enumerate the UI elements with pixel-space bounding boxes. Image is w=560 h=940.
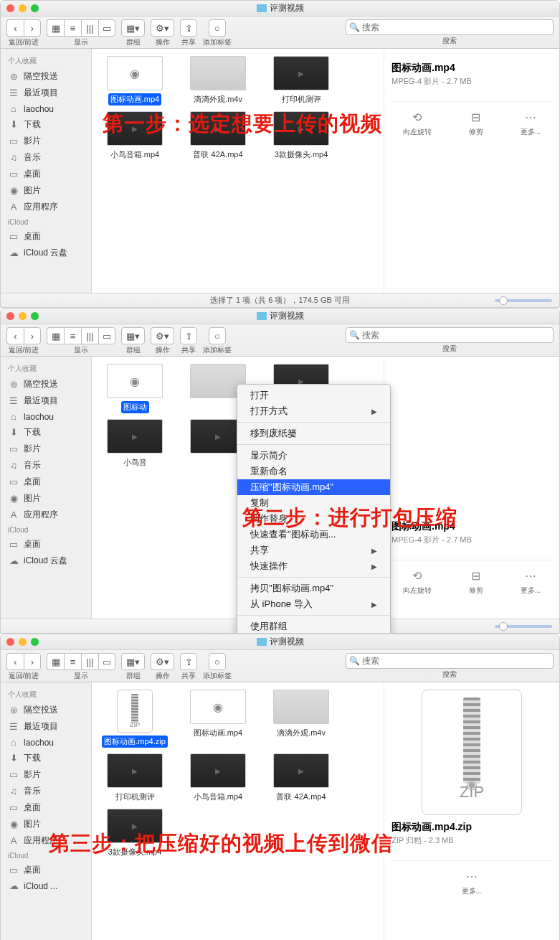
trim-button[interactable]: ⊟修剪	[469, 111, 483, 137]
file-grid[interactable]: 图标动画.mp4滴滴外观.m4v打印机测评小鸟音箱.mp4普联 42A.mp43…	[92, 49, 384, 293]
context-menu-item[interactable]: 从 iPhone 导入▶	[237, 596, 390, 612]
file-grid[interactable]: ZIP图标动画.mp4.zip图标动画.mp4滴滴外观.m4v打印机测评小鸟音箱…	[92, 682, 384, 940]
close-icon[interactable]	[6, 312, 14, 320]
file-item[interactable]: 打印机测评	[267, 56, 336, 105]
sidebar-item[interactable]: ☰最近项目	[1, 718, 91, 735]
view-column-button[interactable]: |||	[81, 653, 98, 670]
context-menu-item[interactable]: 显示简介	[237, 448, 390, 464]
sidebar-item[interactable]: ♫音乐	[1, 457, 91, 474]
share-button[interactable]: ⇪	[180, 327, 197, 344]
sidebar-item[interactable]: ▭桌面	[1, 474, 91, 490]
sidebar-item[interactable]: ⌂laochou	[1, 735, 91, 750]
more-button[interactable]: ⋯更多...	[521, 111, 541, 137]
titlebar[interactable]: 评测视频	[1, 634, 559, 650]
action-button[interactable]: ⚙▾	[151, 19, 174, 37]
forward-button[interactable]: ›	[24, 327, 41, 344]
back-button[interactable]: ‹	[6, 653, 24, 670]
maximize-icon[interactable]	[31, 638, 39, 646]
sidebar-item[interactable]: ⬇下载	[1, 750, 91, 766]
context-menu[interactable]: 打开打开方式▶移到废纸篓显示简介重新命名压缩"图标动画.mp4"复制制作替身快速…	[237, 384, 391, 634]
view-list-button[interactable]: ≡	[64, 19, 81, 37]
close-icon[interactable]	[6, 638, 14, 646]
sidebar-item[interactable]: ▭桌面	[1, 228, 91, 245]
titlebar[interactable]: 评测视频	[1, 1, 559, 17]
close-icon[interactable]	[6, 4, 14, 12]
group-button[interactable]: ▦▾	[121, 19, 145, 37]
rotate-left-button[interactable]: ⟲向左旋转	[403, 111, 432, 137]
action-button[interactable]: ⚙▾	[151, 327, 174, 344]
search-input[interactable]	[346, 327, 554, 343]
view-column-button[interactable]: |||	[81, 327, 98, 344]
file-item[interactable]: 滴滴外观.m4v	[267, 690, 336, 748]
context-menu-item[interactable]: 打开	[237, 387, 390, 403]
sidebar-item[interactable]: A应用程序	[1, 832, 91, 849]
search-input[interactable]	[346, 653, 554, 669]
view-list-button[interactable]: ≡	[64, 653, 81, 670]
file-item[interactable]: 滴滴外观.m4v	[184, 56, 252, 105]
sidebar-item[interactable]: ⊚隔空投送	[1, 68, 91, 85]
sidebar-item[interactable]: ⬇下载	[1, 424, 91, 441]
zoom-slider[interactable]	[495, 299, 552, 302]
forward-button[interactable]: ›	[24, 19, 41, 37]
sidebar-item[interactable]: ☁iCloud 云盘	[1, 245, 91, 261]
view-gallery-button[interactable]: ▭	[98, 653, 115, 670]
file-item[interactable]: 3款摄像头.mp4	[267, 111, 336, 161]
file-item[interactable]: 图标动画.mp4	[100, 56, 169, 105]
minimize-icon[interactable]	[19, 638, 27, 646]
titlebar[interactable]: 评测视频	[1, 309, 559, 324]
file-item[interactable]: 普联 42A.mp4	[267, 753, 336, 803]
tags-button[interactable]: ○	[209, 327, 226, 344]
context-menu-item[interactable]: 快速操作▶	[237, 558, 390, 574]
sidebar-item[interactable]: A应用程序	[1, 199, 91, 215]
sidebar-item[interactable]: ▭桌面	[1, 862, 91, 878]
search-input[interactable]	[346, 19, 554, 35]
action-button[interactable]: ⚙▾	[151, 653, 174, 670]
sidebar-item[interactable]: ◉图片	[1, 182, 91, 199]
sidebar-item[interactable]: ▭桌面	[1, 799, 91, 816]
tags-button[interactable]: ○	[209, 653, 226, 670]
file-item[interactable]: 小鸟音	[100, 419, 169, 469]
context-menu-item[interactable]: 拷贝"图标动画.mp4"	[237, 581, 390, 596]
context-menu-item[interactable]: 使用群组	[237, 619, 390, 634]
view-gallery-button[interactable]: ▭	[98, 19, 115, 37]
file-item[interactable]: 小鸟音箱.mp4	[100, 111, 169, 161]
sidebar-item[interactable]: ▭桌面	[1, 536, 91, 553]
sidebar-item[interactable]: ☰最近项目	[1, 85, 91, 101]
share-button[interactable]: ⇪	[180, 653, 197, 670]
back-button[interactable]: ‹	[6, 19, 24, 37]
sidebar-item[interactable]: ☁iCloud ...	[1, 878, 91, 893]
file-item[interactable]: 图标动画.mp4	[184, 690, 252, 748]
context-menu-item[interactable]: 移到废纸篓	[237, 426, 390, 441]
view-list-button[interactable]: ≡	[64, 327, 81, 344]
sidebar-item[interactable]: ☰最近项目	[1, 393, 91, 409]
view-column-button[interactable]: |||	[81, 19, 98, 37]
sidebar-item[interactable]: ⌂laochou	[1, 409, 91, 424]
back-button[interactable]: ‹	[6, 327, 24, 344]
sidebar-item[interactable]: ◉图片	[1, 490, 91, 507]
sidebar-item[interactable]: ⬇下载	[1, 116, 91, 133]
sidebar-item[interactable]: ⊚隔空投送	[1, 702, 91, 718]
minimize-icon[interactable]	[19, 312, 27, 320]
share-button[interactable]: ⇪	[180, 19, 197, 37]
sidebar-item[interactable]: ⌂laochou	[1, 101, 91, 116]
sidebar-item[interactable]: ▭桌面	[1, 166, 91, 182]
zoom-slider[interactable]	[495, 625, 552, 628]
context-menu-item[interactable]: 制作替身	[237, 511, 390, 527]
more-button[interactable]: ⋯更多...	[521, 569, 541, 596]
maximize-icon[interactable]	[31, 4, 39, 12]
rotate-left-button[interactable]: ⟲向左旋转	[403, 569, 432, 596]
view-icon-button[interactable]: ▦	[47, 327, 64, 344]
file-item[interactable]: ZIP图标动画.mp4.zip	[100, 690, 169, 748]
more-button[interactable]: ⋯更多...	[462, 870, 482, 896]
view-gallery-button[interactable]: ▭	[98, 327, 115, 344]
sidebar-item[interactable]: ▭影片	[1, 133, 91, 149]
file-item[interactable]: 图标动	[100, 364, 169, 413]
context-menu-item[interactable]: 复制	[237, 495, 390, 511]
file-item[interactable]: 打印机测评	[100, 753, 169, 803]
context-menu-item[interactable]: 压缩"图标动画.mp4"	[237, 479, 390, 495]
sidebar-item[interactable]: ▭影片	[1, 441, 91, 457]
file-item[interactable]: 普联 42A.mp4	[184, 111, 252, 161]
trim-button[interactable]: ⊟修剪	[469, 569, 483, 596]
context-menu-item[interactable]: 共享▶	[237, 542, 390, 558]
group-button[interactable]: ▦▾	[121, 653, 145, 670]
